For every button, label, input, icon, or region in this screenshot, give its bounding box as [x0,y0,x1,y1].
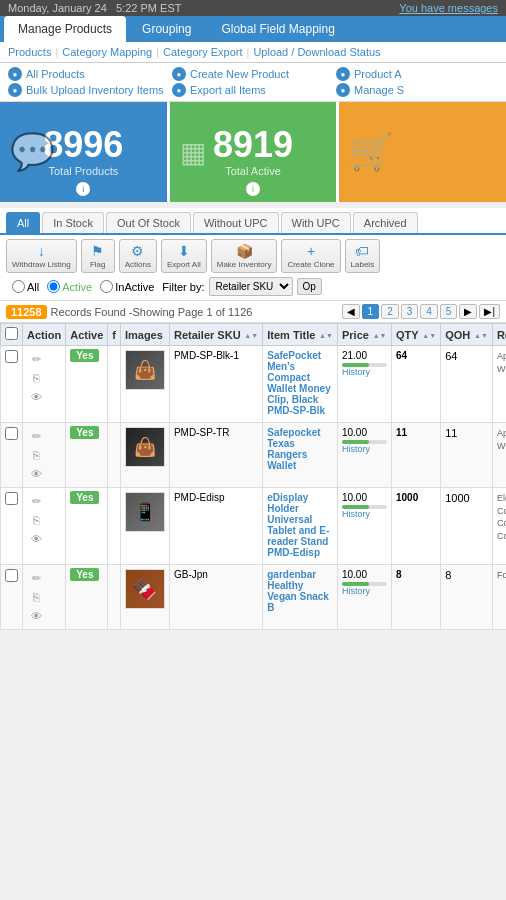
pagination: ◀ 1 2 3 4 5 ▶ ▶| [342,304,500,319]
history-link-1[interactable]: History [342,444,387,454]
ql-product-a[interactable]: ● Product A [336,67,498,81]
total-badge: 11258 [6,305,47,319]
history-link-0[interactable]: History [342,367,387,377]
active-badge-2[interactable]: Yes [70,491,99,504]
item-title-2[interactable]: eDisplay Holder Universal Tablet and E-r… [267,492,333,558]
ql-create-new-product[interactable]: ● Create New Product [172,67,334,81]
row-checkbox-3[interactable] [5,569,18,582]
export-all-button[interactable]: ⬇ Export All [161,239,207,273]
history-link-2[interactable]: History [342,509,387,519]
product-image-2: 📱 [125,492,165,532]
copy-icon-3[interactable]: ⎘ [27,588,45,606]
row-action-cell: ✏ ⎘ 👁 [23,565,66,630]
filter-tab-withoutupc[interactable]: Without UPC [193,212,279,233]
edit-icon-1[interactable]: ✏ [27,427,45,445]
sort-qoh-icon[interactable]: ▲▼ [474,333,488,339]
product-image-1: 👜 [125,427,165,467]
page-2-button[interactable]: 2 [381,304,399,319]
subnav-products[interactable]: Products [8,46,51,58]
active-badge-0[interactable]: Yes [70,349,99,362]
stat-total-active: ▦ 8919 Total Active i [170,102,337,202]
edit-icon-0[interactable]: ✏ [27,350,45,368]
sort-price-icon[interactable]: ▲▼ [373,333,387,339]
view-icon-1[interactable]: 👁 [27,465,45,483]
sku-value-2: PMD-Edisp [174,492,225,503]
product-table-wrapper: Action Active f Images Retailer SKU ▲▼ I… [0,323,506,630]
ql-all-products[interactable]: ● All Products [8,67,170,81]
flag-button[interactable]: ⚑ Flag [81,239,115,273]
subnav-category-mapping[interactable]: Category Mapping [62,46,152,58]
row-checkbox-0[interactable] [5,350,18,363]
active-badge-3[interactable]: Yes [70,568,99,581]
copy-icon-1[interactable]: ⎘ [27,446,45,464]
view-icon-3[interactable]: 👁 [27,607,45,625]
filter-tab-outofstock[interactable]: Out Of Stock [106,212,191,233]
th-checkbox [1,324,23,346]
filter-by-select[interactable]: Retailer SKU Title UPC Price [209,277,293,296]
page-5-button[interactable]: 5 [440,304,458,319]
messages-link[interactable]: You have messages [399,2,498,14]
filter-tab-instock[interactable]: In Stock [42,212,104,233]
tab-grouping[interactable]: Grouping [128,16,205,42]
row-category-cell: Food, Beverages & Tobac [492,565,506,630]
create-clone-button[interactable]: + Create Clone [281,239,340,273]
sort-sku-icon[interactable]: ▲▼ [244,333,258,339]
tab-manage-products[interactable]: Manage Products [4,16,126,42]
total-active-label: Total Active [225,165,281,177]
row-qty-cell: 1000 [391,488,440,565]
radio-all[interactable]: All [12,280,39,293]
op-button[interactable]: Op [297,278,322,295]
withdraw-listing-button[interactable]: ↓ Withdraw Listing [6,239,77,273]
row-image-cell: 📱 [120,488,169,565]
labels-button[interactable]: 🏷 Labels [345,239,381,273]
row-checkbox-1[interactable] [5,427,18,440]
th-qoh: QOH ▲▼ [441,324,493,346]
make-inventory-button[interactable]: 📦 Make Inventory [211,239,278,273]
row-active-cell: Yes [66,488,108,565]
item-title-1[interactable]: Safepocket Texas Rangers Wallet [267,427,333,471]
tab-global-field-mapping[interactable]: Global Field Mapping [207,16,348,42]
row-checkbox-2[interactable] [5,492,18,505]
item-title-3[interactable]: gardenbar Healthy Vegan Snack B [267,569,333,613]
page-3-button[interactable]: 3 [401,304,419,319]
page-4-button[interactable]: 4 [420,304,438,319]
row-image-cell: 👜 [120,346,169,423]
radio-inactive[interactable]: InActive [100,280,154,293]
history-link-3[interactable]: History [342,586,387,596]
sort-title-icon[interactable]: ▲▼ [319,333,333,339]
page-prev-button[interactable]: ◀ [342,304,360,319]
view-icon-0[interactable]: 👁 [27,388,45,406]
stats-row: 💬 8996 Total Products i ▦ 8919 Total Act… [0,102,506,202]
speech-bubble-icon: 💬 [10,131,55,173]
info-icon-blue[interactable]: i [76,182,90,196]
view-icon-2[interactable]: 👁 [27,530,45,548]
price-value-0: 21.00 [342,350,387,361]
subnav-category-export[interactable]: Category Export [163,46,242,58]
info-icon-green[interactable]: i [246,182,260,196]
actions-button[interactable]: ⚙ Actions [119,239,157,273]
filter-tab-withupc[interactable]: With UPC [281,212,351,233]
item-title-0[interactable]: SafePocket Men's Compact Wallet Money Cl… [267,350,333,416]
subnav-upload-download[interactable]: Upload / Download Status [253,46,380,58]
edit-icon-2[interactable]: ✏ [27,492,45,510]
ql-manage-s[interactable]: ● Manage S [336,83,498,97]
row-checkbox-cell [1,423,23,488]
ql-bulk-upload[interactable]: ● Bulk Upload Inventory Items [8,83,170,97]
page-next-button[interactable]: ▶ [459,304,477,319]
filter-tab-all[interactable]: All [6,212,40,233]
page-1-button[interactable]: 1 [362,304,380,319]
sku-value-3: GB-Jpn [174,569,208,580]
select-all-checkbox[interactable] [5,327,18,340]
edit-icon-3[interactable]: ✏ [27,569,45,587]
page-last-button[interactable]: ▶| [479,304,500,319]
th-qty: QTY ▲▼ [391,324,440,346]
product-image-3: 🍫 [125,569,165,609]
list-icon: ▦ [180,136,206,169]
radio-active[interactable]: Active [47,280,92,293]
active-badge-1[interactable]: Yes [70,426,99,439]
ql-export-items[interactable]: ● Export all Items [172,83,334,97]
filter-tab-archived[interactable]: Archived [353,212,418,233]
sort-qty-icon[interactable]: ▲▼ [422,333,436,339]
copy-icon-0[interactable]: ⎘ [27,369,45,387]
copy-icon-2[interactable]: ⎘ [27,511,45,529]
